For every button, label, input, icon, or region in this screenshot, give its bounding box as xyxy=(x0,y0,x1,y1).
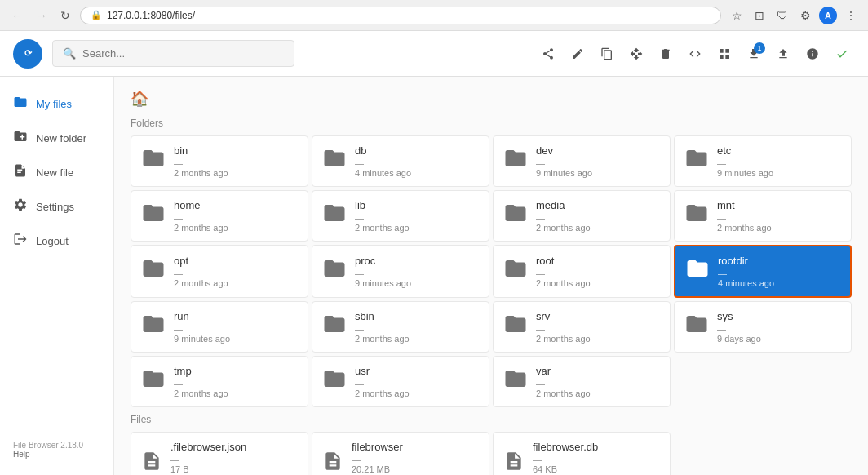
folder-item[interactable]: home —2 months ago xyxy=(131,190,308,242)
folder-info: home —2 months ago xyxy=(174,199,228,233)
folder-item[interactable]: run —9 minutes ago xyxy=(131,301,308,353)
edit-button[interactable] xyxy=(565,41,591,67)
bookmark-icon[interactable]: ☆ xyxy=(728,7,746,24)
new-folder-icon xyxy=(13,129,28,147)
folder-meta: —4 minutes ago xyxy=(718,269,774,288)
delete-button[interactable] xyxy=(653,41,679,67)
folder-item[interactable]: usr —2 months ago xyxy=(312,356,489,407)
folder-info: rootdir —4 minutes ago xyxy=(718,255,774,288)
folder-item[interactable]: sbin —2 months ago xyxy=(312,301,489,353)
folder-meta: —2 months ago xyxy=(355,379,410,398)
file-item[interactable]: filebrowser —20.21 MB 10 days ago xyxy=(312,432,489,475)
folder-icon xyxy=(503,256,528,286)
file-icon xyxy=(141,451,162,476)
code-button[interactable] xyxy=(682,41,708,67)
folder-meta: —2 months ago xyxy=(174,269,228,288)
sidebar-settings-label: Settings xyxy=(36,201,74,213)
folder-item[interactable]: proc —9 minutes ago xyxy=(312,245,489,298)
folder-item[interactable]: root —2 months ago xyxy=(493,245,671,298)
sidebar-footer: File Browser 2.18.0 Help xyxy=(0,434,113,465)
folder-icon xyxy=(684,312,709,342)
folder-item[interactable]: tmp —2 months ago xyxy=(131,356,308,407)
folder-name: home xyxy=(174,199,228,211)
sidebar-item-logout[interactable]: Logout xyxy=(0,224,113,258)
folder-name: media xyxy=(536,199,591,211)
sidebar-item-new-file[interactable]: New file xyxy=(0,155,113,189)
folder-name: var xyxy=(536,365,591,377)
info-button[interactable] xyxy=(799,41,826,67)
user-avatar[interactable]: A xyxy=(819,7,837,24)
address-bar[interactable]: 🔒 127.0.0.1:8080/files/ xyxy=(80,7,721,24)
folder-item[interactable]: srv —2 months ago xyxy=(493,301,671,353)
grid-view-button[interactable] xyxy=(711,41,737,67)
file-item[interactable]: filebrowser.db —64 KB 9 minutes ago xyxy=(493,432,671,475)
download-badge: 1 xyxy=(754,42,765,54)
folder-meta: —2 months ago xyxy=(174,158,228,178)
folder-meta: —2 months ago xyxy=(536,324,591,344)
check-button[interactable] xyxy=(829,41,855,67)
copy-button[interactable] xyxy=(594,41,620,67)
folder-icon xyxy=(503,366,528,397)
files-grid: .filebrowser.json —17 B 9 minutes ago fi… xyxy=(131,432,852,475)
forward-button[interactable]: → xyxy=(33,7,51,24)
screenshot-icon[interactable]: ⊡ xyxy=(751,7,768,24)
folder-item[interactable]: bin —2 months ago xyxy=(131,135,308,187)
browser-settings-icon[interactable]: ⚙ xyxy=(796,7,814,24)
menu-icon[interactable]: ⋮ xyxy=(842,7,860,24)
breadcrumb[interactable]: 🏠 xyxy=(131,90,852,108)
folder-name: srv xyxy=(536,310,591,322)
folder-item[interactable]: dev —9 minutes ago xyxy=(493,135,671,187)
browser-shield-icon[interactable]: 🛡 xyxy=(773,7,791,24)
help-text[interactable]: Help xyxy=(13,450,100,459)
folder-icon xyxy=(322,146,347,176)
back-button[interactable]: ← xyxy=(8,7,26,24)
header-actions: 1 xyxy=(535,41,855,67)
folder-info: usr —2 months ago xyxy=(355,365,410,398)
folder-item[interactable]: mnt —2 months ago xyxy=(674,190,852,242)
folder-info: sbin —2 months ago xyxy=(355,310,410,344)
file-item[interactable]: .filebrowser.json —17 B 9 minutes ago xyxy=(131,432,308,475)
folder-item[interactable]: lib —2 months ago xyxy=(312,190,489,242)
move-button[interactable] xyxy=(623,41,649,67)
upload-button[interactable] xyxy=(770,41,796,67)
sidebar-item-new-folder[interactable]: New folder xyxy=(0,121,113,155)
folder-info: root —2 months ago xyxy=(536,255,591,288)
sidebar-my-files-label: My files xyxy=(36,98,72,110)
share-button[interactable] xyxy=(535,41,561,67)
home-icon[interactable]: 🏠 xyxy=(131,91,148,107)
folder-info: proc —9 minutes ago xyxy=(355,255,411,288)
folder-item[interactable]: sys —9 days ago xyxy=(674,301,852,353)
folder-item[interactable]: etc —9 minutes ago xyxy=(674,135,852,187)
folder-info: run —9 minutes ago xyxy=(174,310,230,344)
search-input[interactable] xyxy=(82,47,284,60)
my-files-icon xyxy=(13,95,28,113)
folder-meta: —2 months ago xyxy=(536,213,591,233)
folder-info: bin —2 months ago xyxy=(174,144,228,178)
folder-name: bin xyxy=(174,144,228,157)
file-name: filebrowser.db xyxy=(533,441,598,453)
file-size: —17 B xyxy=(170,455,246,474)
reload-button[interactable]: ↻ xyxy=(57,7,73,24)
download-button[interactable]: 1 xyxy=(741,41,767,67)
search-bar-container[interactable]: 🔍 xyxy=(52,40,294,67)
sidebar-item-my-files[interactable]: My files xyxy=(0,87,113,121)
sidebar-item-settings[interactable]: Settings xyxy=(0,189,113,224)
file-icon xyxy=(503,451,525,476)
logo-text: ⟳ xyxy=(24,48,32,59)
folder-meta: —4 minutes ago xyxy=(355,158,411,178)
folder-item[interactable]: db —4 minutes ago xyxy=(312,135,489,187)
folder-meta: —2 months ago xyxy=(536,269,591,288)
folder-name: db xyxy=(355,144,411,157)
folder-item[interactable]: rootdir —4 minutes ago xyxy=(674,245,852,298)
sidebar: My files New folder New file Settings Lo… xyxy=(0,77,114,475)
folder-meta: —2 months ago xyxy=(536,379,591,398)
folder-item[interactable]: opt —2 months ago xyxy=(131,245,308,298)
folder-name: proc xyxy=(355,255,411,267)
folder-info: tmp —2 months ago xyxy=(174,365,228,398)
browser-chrome: ← → ↻ 🔒 127.0.0.1:8080/files/ ☆ ⊡ 🛡 ⚙ A … xyxy=(0,0,868,31)
logout-icon xyxy=(13,232,28,250)
folder-item[interactable]: media —2 months ago xyxy=(493,190,671,242)
folder-meta: —2 months ago xyxy=(717,213,772,233)
folder-item[interactable]: var —2 months ago xyxy=(493,356,671,407)
folders-grid: bin —2 months ago db —4 minutes ago dev … xyxy=(131,135,852,407)
